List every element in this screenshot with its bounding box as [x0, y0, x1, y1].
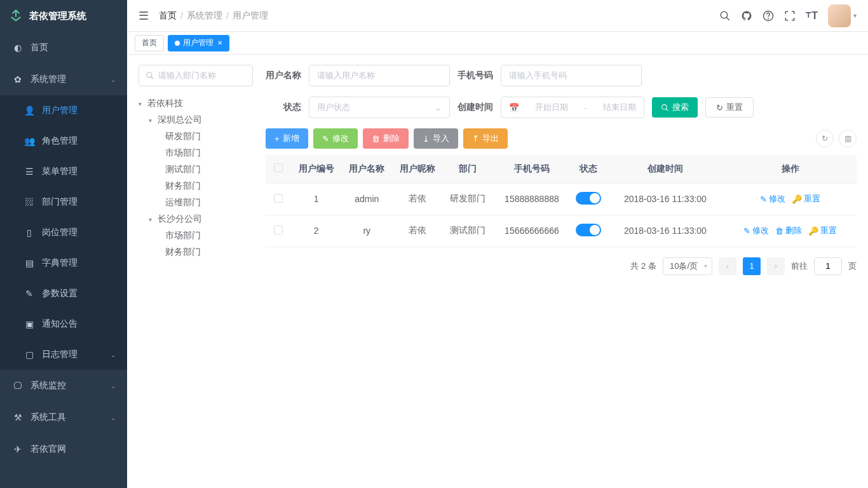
dashboard-icon: ◐ — [13, 43, 23, 53]
plus-icon: + — [275, 134, 280, 144]
svg-point-6 — [662, 104, 667, 109]
refresh-button[interactable]: ↻ — [816, 130, 834, 147]
post-icon: ▯ — [24, 227, 34, 238]
dept-search-input[interactable]: 请输入部门名称 — [139, 65, 253, 86]
sidebar-item-role[interactable]: 👥 角色管理 — [0, 126, 127, 156]
refresh-icon: ↻ — [716, 103, 723, 112]
svg-point-3 — [768, 18, 769, 19]
th-id: 用户编号 — [291, 155, 342, 183]
search-icon[interactable] — [719, 10, 731, 22]
tree-node[interactable]: 测试部门 — [139, 161, 253, 178]
tab-home[interactable]: 首页 — [135, 35, 164, 51]
total-label: 共 2 条 — [630, 261, 656, 272]
th-username: 用户名称 — [342, 155, 393, 183]
phone-input[interactable]: 请输入手机号码 — [501, 65, 642, 86]
page-number-button[interactable]: 1 — [743, 257, 761, 275]
tree-node-root[interactable]: ▾若依科技 — [139, 95, 253, 112]
row-checkbox[interactable] — [274, 194, 283, 203]
row-checkbox[interactable] — [274, 226, 283, 234]
sidebar-item-config[interactable]: ✎ 参数设置 — [0, 278, 127, 309]
sidebar-item-system[interactable]: ✿ 系统管理 ⌄ — [0, 64, 127, 95]
sidebar-item-dept[interactable]: ⛆ 部门管理 — [0, 187, 127, 217]
sidebar-item-dict[interactable]: ▤ 字典管理 — [0, 248, 127, 278]
crumb-home[interactable]: 首页 — [159, 10, 177, 22]
tab-user[interactable]: 用户管理 ✕ — [168, 35, 229, 51]
import-button[interactable]: ⤓导入 — [414, 128, 458, 149]
avatar[interactable] — [828, 4, 851, 27]
sidebar-item-post[interactable]: ▯ 岗位管理 — [0, 217, 127, 248]
peoples-icon: 👥 — [24, 136, 34, 146]
add-button[interactable]: +新增 — [266, 128, 308, 149]
edit-button[interactable]: ✎修改 — [313, 128, 358, 149]
tree-node[interactable]: 研发部门 — [139, 128, 253, 145]
sidebar-item-official[interactable]: ✈ 若依官网 — [0, 433, 127, 465]
message-icon: ▣ — [24, 319, 34, 329]
sidebar-item-tool[interactable]: ⚒ 系统工具 ⌄ — [0, 402, 127, 433]
username-input[interactable]: 请输入用户名称 — [309, 65, 450, 86]
label-createtime: 创建时间 — [458, 102, 493, 113]
search-button[interactable]: 搜索 — [652, 97, 698, 118]
tree-node-shenzhen[interactable]: ▾深圳总公司 — [139, 112, 253, 128]
page-size-select[interactable]: 10条/页 — [663, 257, 712, 275]
app-title: 若依管理系统 — [29, 10, 86, 22]
tree-icon: ☰ — [24, 166, 34, 177]
pagination: 共 2 条 10条/页 ‹ 1 › 前往 页 — [266, 257, 857, 275]
edit-icon: ✎ — [743, 226, 750, 236]
chevron-down-icon: ⌄ — [111, 351, 116, 358]
select-all-checkbox[interactable] — [274, 163, 283, 172]
sidebar-item-home[interactable]: ◐ 首页 — [0, 32, 127, 64]
goto-input[interactable] — [814, 257, 842, 275]
link-icon: ✈ — [13, 444, 23, 454]
caret-down-icon[interactable]: ▾ — [853, 12, 857, 19]
edit-icon: ✎ — [24, 288, 34, 299]
reset-button[interactable]: ↻ 重置 — [705, 97, 754, 118]
sidebar: 若依管理系统 ◐ 首页 ✿ 系统管理 ⌄ 👤 用户管理 👥 角色管理 — [0, 0, 127, 488]
columns-button[interactable]: ▥ — [839, 130, 857, 147]
caret-down-icon: ▾ — [139, 100, 147, 107]
tree-node[interactable]: 市场部门 — [139, 145, 253, 161]
fullscreen-icon[interactable] — [784, 10, 796, 22]
tree-node[interactable]: 财务部门 — [139, 244, 253, 261]
gear-icon: ✿ — [13, 74, 23, 85]
goto-label: 前往 — [791, 261, 808, 272]
label-username: 用户名称 — [266, 70, 301, 81]
row-reset-button[interactable]: 🔑重置 — [792, 193, 820, 205]
row-edit-button[interactable]: ✎修改 — [743, 225, 769, 236]
export-button[interactable]: ⤒导出 — [463, 128, 508, 149]
close-icon[interactable]: ✕ — [217, 39, 222, 46]
user-table: 用户编号 用户名称 用户昵称 部门 手机号码 状态 创建时间 操作 — [266, 155, 857, 247]
edit-icon: ✎ — [760, 194, 767, 204]
tree-node[interactable]: 财务部门 — [139, 178, 253, 194]
download-icon: ⤒ — [472, 134, 479, 144]
sidebar-item-user[interactable]: 👤 用户管理 — [0, 95, 127, 126]
row-reset-button[interactable]: 🔑重置 — [808, 225, 837, 236]
status-switch[interactable] — [576, 192, 601, 205]
row-edit-button[interactable]: ✎修改 — [760, 193, 785, 205]
next-page-button[interactable]: › — [767, 257, 785, 275]
hamburger-icon[interactable]: ☰ — [139, 9, 149, 23]
status-switch[interactable] — [576, 224, 601, 236]
tree-node[interactable]: 市场部门 — [139, 227, 253, 244]
row-delete-button[interactable]: 🗑删除 — [775, 225, 802, 236]
font-size-icon[interactable]: ⸆T — [806, 10, 818, 22]
status-select[interactable]: 用户状态 ⌄ — [309, 97, 450, 118]
daterange-input[interactable]: 📅 开始日期 - 结束日期 — [501, 97, 644, 118]
chevron-down-icon: ⌄ — [435, 103, 442, 112]
tree-node[interactable]: 运维部门 — [139, 194, 253, 211]
calendar-icon: 📅 — [509, 103, 519, 112]
sidebar-item-log[interactable]: ▢ 日志管理 ⌄ — [0, 339, 127, 370]
prev-page-button[interactable]: ‹ — [719, 257, 736, 275]
label-phone: 手机号码 — [458, 70, 493, 81]
sidebar-item-notice[interactable]: ▣ 通知公告 — [0, 309, 127, 339]
search-icon — [661, 104, 669, 112]
github-icon[interactable] — [741, 10, 752, 22]
help-icon[interactable] — [763, 10, 774, 22]
sidebar-item-menu[interactable]: ☰ 菜单管理 — [0, 156, 127, 187]
svg-line-5 — [151, 77, 154, 79]
tree-node-changsha[interactable]: ▾长沙分公司 — [139, 211, 253, 227]
chevron-down-icon: ⌄ — [111, 76, 116, 83]
sidebar-item-monitor[interactable]: 🖵 系统监控 ⌄ — [0, 370, 127, 402]
header: ☰ 首页 / 系统管理 / 用户管理 — [127, 0, 868, 32]
crumb-system[interactable]: 系统管理 — [187, 10, 222, 22]
delete-button[interactable]: 🗑删除 — [363, 128, 409, 149]
